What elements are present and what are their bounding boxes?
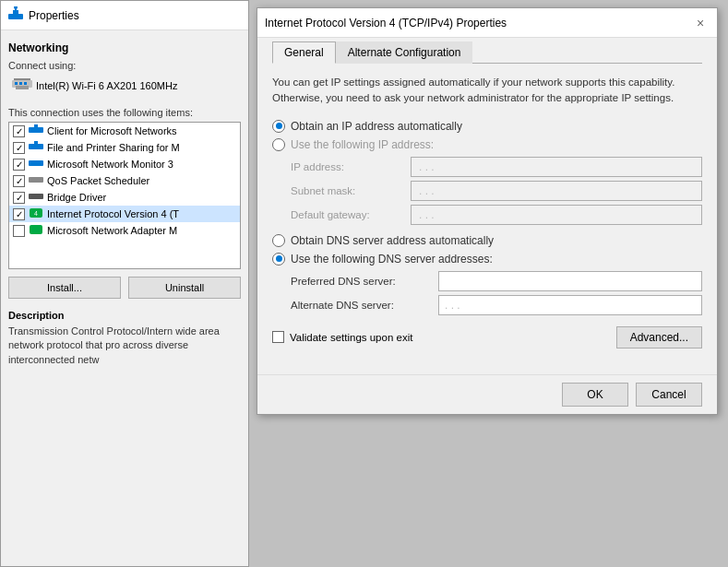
checkbox[interactable] <box>13 208 25 220</box>
net-icon <box>29 124 43 137</box>
list-item[interactable]: File and Printer Sharing for M <box>9 139 240 156</box>
gateway-label: Default gateway: <box>291 209 411 220</box>
svg-rect-7 <box>15 82 18 85</box>
list-item-label: QoS Packet Scheduler <box>47 175 149 186</box>
subnet-mask-input[interactable]: . . . <box>411 181 702 201</box>
subnet-mask-label: Subnet mask: <box>291 185 411 196</box>
dialog-body: General Alternate Configuration You can … <box>257 38 717 374</box>
components-listbox[interactable]: Client for Microsoft Networks File and P… <box>8 122 241 269</box>
svg-rect-15 <box>29 160 43 166</box>
subnet-dots: . . . <box>415 184 438 197</box>
items-label: This connection uses the following items… <box>8 107 241 118</box>
auto-dns-radio[interactable] <box>272 234 285 247</box>
list-item[interactable]: QoS Packet Scheduler <box>9 172 240 189</box>
uninstall-button[interactable]: Uninstall <box>128 277 241 299</box>
bg-network-icon <box>8 6 23 24</box>
auto-dns-radio-row[interactable]: Obtain DNS server address automatically <box>272 234 702 247</box>
install-button[interactable]: Install... <box>8 277 121 299</box>
checkbox[interactable] <box>13 225 25 237</box>
list-item-label: Client for Microsoft Networks <box>47 125 177 136</box>
ip-address-label: IP address: <box>291 161 411 172</box>
alternate-dns-label: Alternate DNS server: <box>291 300 438 311</box>
svg-rect-5 <box>14 78 30 80</box>
ok-button[interactable]: OK <box>562 383 628 407</box>
install-uninstall-buttons: Install... Uninstall <box>8 277 241 299</box>
connect-using-label: Connect using: <box>8 60 241 71</box>
list-item-label: Internet Protocol Version 4 (T <box>47 208 179 219</box>
auto-ip-label: Obtain an IP address automatically <box>291 120 462 133</box>
net-icon <box>29 158 43 171</box>
cancel-button[interactable]: Cancel <box>636 383 702 407</box>
checkbox[interactable] <box>13 125 25 137</box>
svg-rect-6 <box>16 86 29 89</box>
checkbox[interactable] <box>13 175 25 187</box>
bg-window-title: Properties <box>29 9 79 22</box>
dns-section: Obtain DNS server address automatically … <box>272 234 702 315</box>
alternate-dns-input[interactable]: . . . <box>438 295 702 315</box>
list-item-label: Bridge Driver <box>47 192 106 203</box>
checkbox[interactable] <box>13 159 25 171</box>
close-button[interactable]: × <box>691 14 710 32</box>
preferred-dns-label: Preferred DNS server: <box>291 276 438 287</box>
net-icon <box>29 174 43 187</box>
adapter-icon <box>12 77 32 94</box>
manual-ip-radio[interactable] <box>272 138 285 151</box>
svg-point-3 <box>14 6 18 9</box>
advanced-button[interactable]: Advanced... <box>616 326 702 348</box>
preferred-dns-input[interactable] <box>438 271 702 291</box>
svg-rect-17 <box>29 194 43 199</box>
dialog-title: Internet Protocol Version 4 (TCP/IPv4) P… <box>265 17 507 30</box>
svg-rect-8 <box>19 82 22 85</box>
svg-rect-14 <box>34 141 38 145</box>
net-icon <box>29 191 43 204</box>
ip-address-input[interactable]: . . . <box>411 157 702 177</box>
ip-section: Obtain an IP address automatically Use t… <box>272 120 702 225</box>
dialog-titlebar: Internet Protocol Version 4 (TCP/IPv4) P… <box>257 8 717 38</box>
auto-ip-radio-row[interactable]: Obtain an IP address automatically <box>272 120 702 133</box>
list-item[interactable]: Microsoft Network Monitor 3 <box>9 156 240 172</box>
ip-address-row: IP address: . . . <box>291 157 702 177</box>
list-item[interactable]: Client for Microsoft Networks <box>9 123 240 139</box>
tab-alternate-config[interactable]: Alternate Configuration <box>336 41 473 64</box>
bg-titlebar: Properties <box>1 1 248 30</box>
description-text: Transmission Control Protocol/Intern wid… <box>8 325 241 367</box>
list-item-label: Microsoft Network Monitor 3 <box>47 159 173 170</box>
gateway-input[interactable]: . . . <box>411 205 702 225</box>
adapter-name: Intel(R) Wi-Fi 6 AX201 160MHz <box>36 80 177 91</box>
list-item-label: Microsoft Network Adapter M <box>47 225 177 236</box>
preferred-dns-row: Preferred DNS server: <box>291 271 702 291</box>
tab-bar: General Alternate Configuration <box>272 38 702 64</box>
manual-dns-radio[interactable] <box>272 253 285 266</box>
adapter-row: Intel(R) Wi-Fi 6 AX201 160MHz <box>8 75 241 96</box>
dns-fields: Preferred DNS server: Alternate DNS serv… <box>291 271 702 315</box>
list-item-label: File and Printer Sharing for M <box>47 142 180 153</box>
dialog-footer: OK Cancel <box>257 374 717 414</box>
net-icon <box>29 141 43 154</box>
list-item[interactable]: Bridge Driver <box>9 189 240 206</box>
validate-checkbox[interactable] <box>272 331 284 343</box>
tab-general[interactable]: General <box>272 41 336 64</box>
svg-rect-9 <box>24 82 27 85</box>
manual-ip-label: Use the following IP address: <box>291 138 434 151</box>
checkbox[interactable] <box>13 142 25 154</box>
list-item[interactable]: Microsoft Network Adapter M <box>9 222 240 239</box>
alternate-dns-row: Alternate DNS server: . . . <box>291 295 702 315</box>
alternate-dns-dots: . . . <box>443 299 462 312</box>
validate-label: Validate settings upon exit <box>290 332 412 343</box>
auto-ip-radio[interactable] <box>272 120 285 133</box>
gateway-dots: . . . <box>415 208 438 221</box>
svg-rect-20 <box>30 225 42 234</box>
manual-ip-radio-row[interactable]: Use the following IP address: <box>272 138 702 151</box>
protocol-icon: 4 <box>29 207 43 220</box>
gateway-row: Default gateway: . . . <box>291 205 702 225</box>
manual-dns-label: Use the following DNS server addresses: <box>291 253 493 266</box>
manual-dns-radio-row[interactable]: Use the following DNS server addresses: <box>272 253 702 266</box>
list-item[interactable]: 4 Internet Protocol Version 4 (T <box>9 206 240 222</box>
description-label: Description <box>8 310 241 321</box>
ip-dots: . . . <box>415 160 438 173</box>
svg-rect-16 <box>29 177 43 183</box>
svg-text:4: 4 <box>34 210 38 217</box>
validate-checkbox-row[interactable]: Validate settings upon exit <box>272 331 412 343</box>
checkbox[interactable] <box>13 192 25 204</box>
tcp-ipv4-dialog: Internet Protocol Version 4 (TCP/IPv4) P… <box>257 7 718 415</box>
